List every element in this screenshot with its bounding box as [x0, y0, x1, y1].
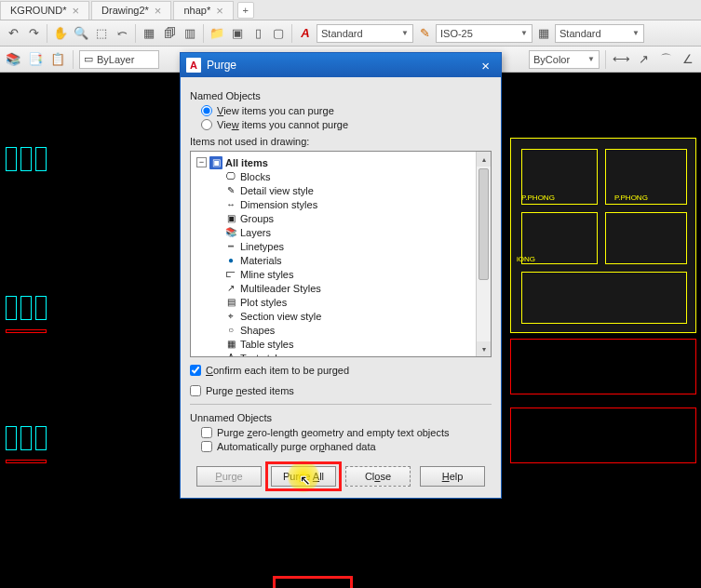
tree-item-dimension[interactable]: ↔Dimension styles [193, 197, 489, 211]
mline-icon: ⫍ [224, 268, 237, 281]
tree-item-mline[interactable]: ⫍Mline styles [193, 267, 489, 281]
drawing-object [20, 147, 32, 171]
zoom-window-icon[interactable]: ⬚ [92, 24, 111, 43]
tree-item-groups[interactable]: ▣Groups [193, 211, 489, 225]
scroll-thumb[interactable] [479, 168, 489, 280]
purge-all-button[interactable]: Purge All [271, 466, 336, 487]
tree-scroll[interactable]: − ▣ All items 🖵Blocks ✎Detail view style… [191, 152, 491, 356]
checkbox-input[interactable] [190, 365, 201, 376]
unnamed-objects-label: Unnamed Objects [190, 412, 492, 423]
layout-icon[interactable]: ▯ [249, 24, 267, 43]
dialog-body: Named Objects View items you can purge V… [181, 77, 501, 459]
tree-item-text[interactable]: AText styles [193, 351, 489, 356]
linetypes-icon: ┅ [224, 240, 237, 253]
radio-input[interactable] [201, 119, 212, 130]
close-icon[interactable]: × [216, 4, 223, 18]
tree-scrollbar[interactable]: ▴ ▾ [476, 152, 491, 356]
tool-palette-icon[interactable]: ▥ [181, 24, 199, 43]
scroll-up-icon[interactable]: ▴ [477, 152, 491, 167]
radio-view-cannot-purge[interactable]: View items you cannot purge [201, 119, 492, 130]
design-center-icon[interactable]: 📁 [208, 24, 226, 43]
color-combo[interactable]: ByColor ▼ [529, 50, 600, 69]
scroll-down-icon[interactable]: ▾ [477, 341, 491, 356]
tree-item-multileader[interactable]: ↗Multileader Styles [193, 281, 489, 295]
app-logo-icon: A [186, 58, 201, 73]
check-nested[interactable]: Purge nested items [190, 385, 492, 396]
pan-icon[interactable]: ✋ [51, 24, 70, 43]
tree-item-layers[interactable]: 📚Layers [193, 225, 489, 239]
tree-label: Text styles [240, 353, 288, 357]
text-label: P.PHONG [614, 194, 648, 202]
button-label: Help [442, 471, 464, 482]
tree-item-plot[interactable]: ▤Plot styles [193, 295, 489, 309]
checkbox-input[interactable] [201, 441, 212, 452]
layer-state-icon[interactable]: 📑 [26, 50, 45, 69]
table-style-icon[interactable]: ▦ [534, 24, 553, 43]
add-tab-button[interactable]: + [237, 2, 254, 19]
combo-value: ByLayer [97, 54, 134, 65]
separator [73, 50, 74, 69]
check-zero-length[interactable]: Purge zero-length geometry and empty tex… [201, 427, 492, 438]
checkbox-input[interactable] [190, 385, 201, 396]
close-icon[interactable]: × [155, 4, 162, 18]
dim-style-icon[interactable]: ✎ [415, 24, 434, 43]
tree-label: Materials [240, 255, 282, 266]
properties-icon[interactable]: ▦ [140, 24, 158, 43]
drawing-object [605, 212, 687, 264]
close-icon[interactable]: × [73, 4, 80, 18]
drawing-object [6, 296, 17, 320]
separator [605, 50, 606, 69]
tab-drawing2[interactable]: Drawing2* × [91, 1, 171, 20]
tree-label: Mline styles [240, 269, 293, 280]
collapse-icon[interactable]: − [196, 157, 207, 167]
close-icon[interactable]: × [476, 58, 495, 74]
tree-label: Shapes [240, 325, 275, 336]
layer-manager-icon[interactable]: 📚 [4, 50, 22, 69]
tab-label: nhap* [183, 5, 210, 16]
purge-button[interactable]: Purge [196, 466, 262, 487]
dim-angular-icon[interactable]: ∠ [679, 50, 697, 69]
block-icon[interactable]: ▣ [228, 24, 247, 43]
tree-item-materials[interactable]: ●Materials [193, 253, 489, 267]
text-style-icon[interactable]: A [296, 24, 315, 43]
table-style-combo[interactable]: Standard ▼ [555, 24, 644, 43]
combo-value: ISO-25 [440, 28, 473, 39]
items-tree[interactable]: − ▣ All items 🖵Blocks ✎Detail view style… [190, 151, 492, 357]
tree-item-detail-view[interactable]: ✎Detail view style [193, 183, 489, 197]
layer-prev-icon[interactable]: 📋 [48, 50, 67, 69]
dialog-titlebar[interactable]: A Purge × [181, 53, 501, 77]
check-confirm[interactable]: Confirm each item to be purged [190, 365, 492, 376]
zoom-extents-icon[interactable]: 🔍 [72, 24, 90, 43]
dim-style-combo[interactable]: ISO-25 ▼ [436, 24, 532, 43]
tree-item-blocks[interactable]: 🖵Blocks [193, 169, 489, 183]
section-icon: ⌖ [224, 310, 237, 323]
dim-arc-icon[interactable]: ⌒ [656, 50, 675, 69]
multileader-icon: ↗ [224, 282, 237, 295]
tree-item-linetypes[interactable]: ┅Linetypes [193, 239, 489, 253]
markup-icon[interactable]: ▢ [269, 24, 288, 43]
help-button[interactable]: Help [420, 466, 485, 487]
tab-nhap[interactable]: nhap* × [173, 1, 233, 20]
redo-icon[interactable]: ↷ [24, 24, 43, 43]
tree-root[interactable]: − ▣ All items [193, 155, 489, 169]
button-label: Close [365, 471, 391, 482]
check-label: Purge nested items [206, 385, 294, 396]
tree-item-section[interactable]: ⌖Section view style [193, 309, 489, 323]
tree-item-shapes[interactable]: ○Shapes [193, 323, 489, 337]
layer-combo[interactable]: ▭ ByLayer [79, 50, 159, 69]
close-button[interactable]: Close [345, 466, 411, 487]
radio-view-can-purge[interactable]: View items you can purge [201, 105, 492, 116]
checkbox-input[interactable] [201, 427, 212, 438]
radio-input[interactable] [201, 105, 212, 116]
purge-dialog: A Purge × Named Objects View items you c… [180, 52, 502, 499]
dim-linear-icon[interactable]: ⟷ [612, 50, 630, 69]
text-style-combo[interactable]: Standard ▼ [317, 24, 413, 43]
dim-aligned-icon[interactable]: ↗ [634, 50, 653, 69]
check-orphaned[interactable]: Automatically purge orphaned data [201, 441, 492, 452]
tree-item-table[interactable]: ▦Table styles [193, 337, 489, 351]
tree-label: Multileader Styles [240, 283, 321, 294]
tab-kground[interactable]: KGROUND* × [0, 1, 89, 20]
sheet-icon[interactable]: 🗐 [160, 24, 179, 43]
zoom-prev-icon[interactable]: ⤺ [113, 24, 131, 43]
undo-icon[interactable]: ↶ [4, 24, 22, 43]
